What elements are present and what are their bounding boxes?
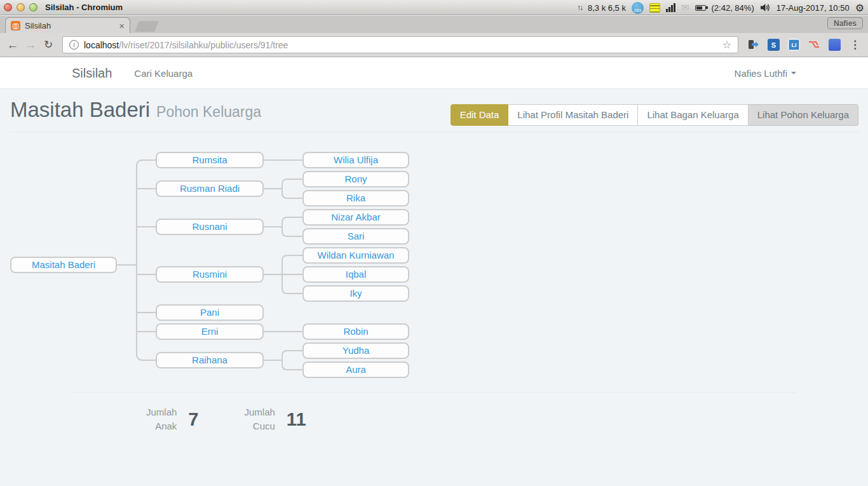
tab-silsilah[interactable]: Silsilah × (5, 17, 130, 33)
stat-anak-label-line2: Anak (146, 419, 177, 433)
tree-node-child[interactable]: Erni (156, 323, 264, 340)
battery-label: (2:42, 84%) (712, 3, 754, 13)
tree-node-grandchild[interactable]: Robin (302, 323, 409, 340)
bookmark-star-icon[interactable]: ☆ (722, 39, 731, 51)
tree-node-child[interactable]: Pani (156, 304, 264, 321)
list-indicator-icon[interactable] (649, 3, 660, 13)
browser-menu-icon[interactable]: ⋮ (850, 38, 860, 51)
tree-node-grandchild[interactable]: Aura (302, 361, 409, 378)
ext-blue-box-icon[interactable] (829, 39, 841, 51)
new-tab-button[interactable] (135, 21, 159, 32)
web-page: Silsilah Cari Keluarga Nafies Luthfi Mas… (0, 57, 868, 486)
back-icon[interactable]: ← (4, 38, 22, 52)
system-tray: ↑↓ 8,3 k 6,5 k 289 ✉ (2:42, 84%) 17-Aug-… (577, 0, 864, 15)
tree-node-root[interactable]: Masitah Baderi (10, 257, 117, 273)
gear-icon[interactable]: ⚙ (855, 2, 864, 14)
tree-node-grandchild[interactable]: Nizar Akbar (302, 209, 409, 226)
tree-node-grandchild[interactable]: Sari (302, 228, 409, 245)
network-traffic-icon[interactable]: ↑↓ (577, 3, 582, 12)
window-close-button[interactable] (4, 3, 12, 11)
stat-cucu-label-line2: Cucu (245, 419, 275, 433)
window-maximize-button[interactable] (29, 3, 37, 11)
tree-node-grandchild[interactable]: Iky (302, 285, 409, 302)
stats-row: Jumlah Anak 7 Jumlah Cucu 11 (146, 405, 306, 433)
tree-node-child[interactable]: Rusmini (156, 266, 264, 283)
url-path: /lv/riset/2017/silsilahku/public/users/9… (119, 40, 288, 50)
tree-connectors (0, 57, 868, 486)
app-indicator-icon[interactable]: 289 (632, 2, 644, 14)
tree-node-grandchild[interactable]: Rony (302, 171, 409, 187)
url-text: localhost/lv/riset/2017/silsilahku/publi… (84, 40, 288, 50)
ext-li-icon[interactable]: LI (788, 39, 800, 51)
tree-node-child[interactable]: Raihana (156, 352, 264, 368)
tab-title: Silsilah (25, 21, 119, 30)
tree-node-grandchild[interactable]: Wildan Kurniawan (302, 247, 409, 264)
url-host: localhost (84, 40, 119, 50)
extensions-row: S LI (747, 39, 841, 51)
address-bar[interactable]: i localhost/lv/riset/2017/silsilahku/pub… (62, 36, 738, 53)
signal-strength-icon[interactable] (666, 3, 675, 12)
network-speed-label: 8,3 k 6,5 k (588, 3, 626, 13)
stat-jumlah-cucu: Jumlah Cucu 11 (245, 405, 306, 433)
stats-divider (72, 392, 797, 393)
browser-toolbar: ← → ↻ i localhost/lv/riset/2017/silsilah… (0, 33, 868, 57)
tree-node-grandchild[interactable]: Wilia Ulfija (302, 152, 409, 168)
window-title: Silsilah - Chromium (45, 3, 123, 12)
battery-icon[interactable] (695, 5, 706, 11)
tab-close-icon[interactable]: × (119, 21, 125, 30)
ext-s-icon[interactable]: S (768, 39, 780, 51)
site-info-icon[interactable]: i (69, 40, 79, 50)
volume-icon[interactable] (760, 3, 771, 12)
tree-node-child[interactable]: Rusnani (156, 219, 264, 235)
tree-node-grandchild[interactable]: Yudha (302, 342, 409, 359)
tree-node-grandchild[interactable]: Iqbal (302, 266, 409, 283)
stat-anak-value: 7 (188, 409, 198, 430)
window-controls (4, 3, 37, 11)
stat-jumlah-anak: Jumlah Anak 7 (146, 405, 199, 433)
tab-favicon-icon (11, 21, 20, 30)
tree-node-grandchild[interactable]: Rika (302, 190, 409, 206)
ext-laravel-icon[interactable] (808, 40, 820, 50)
stat-anak-label-line1: Jumlah (146, 405, 177, 419)
tree-node-child[interactable]: Rusman Riadi (156, 180, 264, 197)
mail-icon[interactable]: ✉ (681, 2, 689, 13)
clock-label[interactable]: 17-Aug-2017, 10:50 (776, 3, 850, 13)
ext-phone-send-icon[interactable] (747, 39, 759, 50)
stat-cucu-label-line1: Jumlah (245, 405, 275, 419)
stat-cucu-value: 11 (287, 409, 306, 430)
tree-node-child[interactable]: Rumsita (156, 152, 264, 168)
os-top-panel: Silsilah - Chromium ↑↓ 8,3 k 6,5 k 289 ✉… (0, 0, 868, 15)
browser-profile-button[interactable]: Nafies (827, 17, 863, 29)
tab-strip: Silsilah × Nafies (0, 16, 868, 33)
reload-icon[interactable]: ↻ (39, 38, 57, 51)
forward-icon[interactable]: → (22, 38, 39, 52)
window-minimize-button[interactable] (17, 3, 25, 11)
